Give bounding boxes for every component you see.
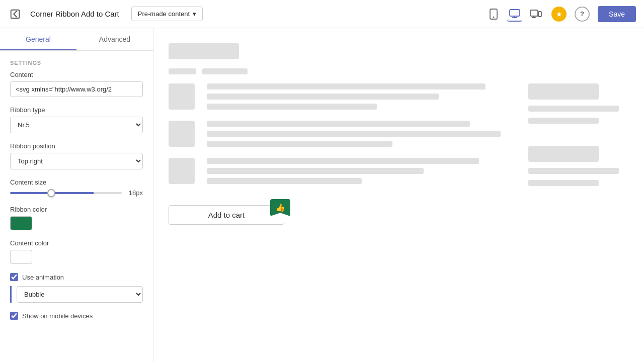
settings-section-label: SETTINGS: [0, 51, 153, 71]
content-size-label: Content size: [10, 178, 143, 186]
tab-advanced[interactable]: Advanced: [76, 28, 153, 50]
ribbon-position-label: Ribbon position: [10, 142, 143, 150]
content-color-field-group: Content color: [10, 239, 143, 264]
skeleton-row: [169, 83, 516, 110]
svg-rect-7: [538, 12, 541, 17]
skeleton-line: [202, 68, 248, 74]
back-icon[interactable]: [8, 7, 22, 21]
skeleton-sub-lines: [169, 68, 629, 74]
content-input[interactable]: [10, 81, 143, 97]
ribbon-color-swatch[interactable]: [10, 216, 32, 230]
svg-rect-3: [510, 10, 520, 16]
skeleton-row: [169, 121, 516, 147]
skeleton-line: [528, 180, 599, 186]
ribbon-position-select[interactable]: Top right Top left Bottom right Bottom l…: [10, 153, 143, 169]
content-size-value: 18px: [127, 189, 143, 197]
content-label: Content: [10, 71, 143, 78]
responsive-icon[interactable]: [528, 7, 543, 22]
svg-rect-6: [530, 10, 538, 16]
add-to-cart-area: Add to cart 👍: [169, 205, 284, 225]
show-mobile-checkbox[interactable]: [10, 312, 18, 320]
animation-type-indent: Bubble Shake Pulse: [10, 286, 143, 303]
skeleton-row: [169, 158, 516, 184]
ribbon-type-field-group: Ribbon type Nr.5: [10, 106, 143, 133]
skeleton-block: [528, 146, 599, 162]
skeleton-header: [169, 43, 239, 59]
sidebar: General Advanced SETTINGS Content Ribbon…: [0, 28, 153, 362]
content-size-slider[interactable]: [10, 192, 122, 194]
skeleton-line: [528, 106, 619, 112]
animation-type-select[interactable]: Bubble Shake Pulse: [17, 286, 143, 303]
topbar: Corner Ribbon Add to Cart Pre-made conte…: [0, 0, 644, 28]
content-color-swatch[interactable]: [10, 250, 32, 264]
sidebar-form: Content Ribbon type Nr.5 Ribbon position…: [0, 71, 153, 335]
skeleton-line: [207, 104, 377, 110]
ribbon-color-field-group: Ribbon color: [10, 206, 143, 230]
skeleton-products-col: [169, 83, 516, 195]
use-animation-checkbox[interactable]: [10, 273, 18, 281]
svg-rect-0: [11, 10, 20, 18]
skeleton-line: [207, 141, 392, 147]
ribbon-type-select[interactable]: Nr.5: [10, 117, 143, 133]
skeleton-line: [528, 168, 619, 174]
skeleton-line: [169, 68, 196, 74]
skeleton-line: [207, 168, 424, 174]
skeleton-thumb: [169, 83, 195, 110]
skeleton-thumb: [169, 121, 195, 147]
use-animation-row: Use animation: [10, 273, 143, 281]
sidebar-tabs: General Advanced: [0, 28, 153, 51]
skeleton-lines: [207, 121, 516, 147]
content-field-group: Content: [10, 71, 143, 97]
main-layout: General Advanced SETTINGS Content Ribbon…: [0, 28, 644, 362]
skeleton-line: [207, 178, 362, 184]
ribbon-type-label: Ribbon type: [10, 106, 143, 114]
help-icon[interactable]: ?: [575, 7, 590, 22]
use-animation-label: Use animation: [22, 274, 64, 281]
ribbon-position-field-group: Ribbon position Top right Top left Botto…: [10, 142, 143, 169]
topbar-title: Corner Ribbon Add to Cart: [30, 10, 119, 18]
content-color-label: Content color: [10, 239, 143, 247]
premade-content-dropdown[interactable]: Pre-made content ▾: [131, 7, 203, 21]
skeleton-line: [207, 131, 501, 137]
skeleton-line: [207, 83, 486, 89]
tab-general[interactable]: General: [0, 28, 76, 50]
desktop-icon[interactable]: [507, 7, 522, 22]
skeleton-line: [528, 118, 599, 124]
chevron-down-icon: ▾: [193, 10, 196, 18]
star-icon[interactable]: ★: [551, 7, 567, 22]
canvas-area: Add to cart 👍: [153, 28, 644, 362]
show-mobile-label: Show on mobile devices: [22, 312, 93, 320]
add-to-cart-button[interactable]: Add to cart: [169, 205, 284, 225]
skeleton-line: [207, 121, 470, 127]
ribbon-color-label: Ribbon color: [10, 206, 143, 213]
ribbon-icon: 👍: [276, 203, 285, 212]
skeleton-lines: [207, 83, 516, 110]
skeleton-line: [207, 158, 479, 164]
device-icons: [486, 7, 543, 22]
content-size-field-group: Content size 18px: [10, 178, 143, 197]
skeleton-thumb: [169, 158, 195, 184]
skeleton-right-col: [528, 83, 629, 195]
save-button[interactable]: Save: [598, 6, 636, 22]
skeleton-line: [207, 94, 439, 100]
mobile-icon[interactable]: [486, 7, 501, 22]
content-size-slider-row: 18px: [10, 189, 143, 197]
show-mobile-row: Show on mobile devices: [10, 312, 143, 320]
skeleton-block: [528, 83, 599, 100]
skeleton-lines: [207, 158, 516, 184]
